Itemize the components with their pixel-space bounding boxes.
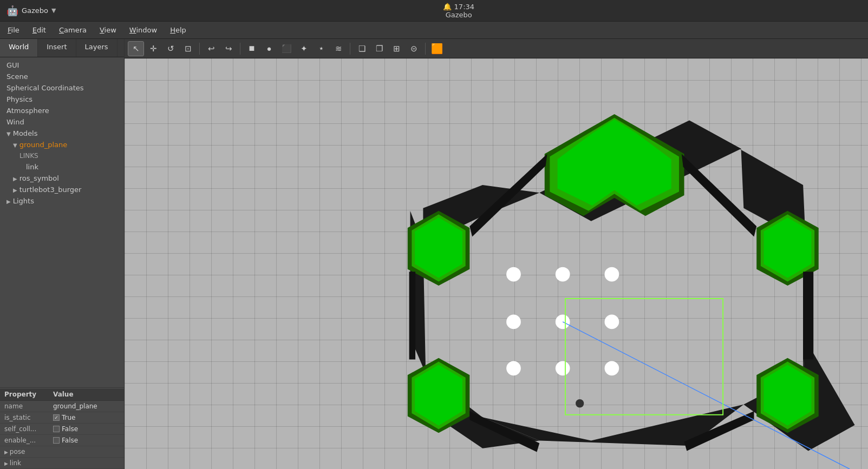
enable-checkbox[interactable] xyxy=(53,437,60,444)
tree-ros-symbol[interactable]: ▶ros_symbol xyxy=(0,173,124,184)
viewport-area: ↖ ✛ ↺ ⊡ ↩ ↪ ■ ● ⬛ ✦ ⋆ ≋ ❏ ❐ ⊞ ⊝ 🟧 xyxy=(125,39,868,469)
prop-col-value: Value xyxy=(53,391,74,398)
tab-world[interactable]: World xyxy=(0,39,38,57)
tree-link[interactable]: link xyxy=(0,161,124,173)
prop-enable-label: enable_... xyxy=(4,437,53,444)
tool-copy[interactable]: ❏ xyxy=(354,41,370,56)
lights-arrow: ▶ xyxy=(6,199,11,204)
prop-self-coll-value: False xyxy=(53,425,78,433)
prop-enable-value: False xyxy=(53,437,78,444)
robot-indicator xyxy=(576,399,584,407)
viewport[interactable] xyxy=(125,58,868,469)
toolbar: ↖ ✛ ↺ ⊡ ↩ ↪ ■ ● ⬛ ✦ ⋆ ≋ ❏ ❐ ⊞ ⊝ 🟧 xyxy=(125,39,868,58)
titlebar-left: 🤖 Gazebo ▼ xyxy=(6,5,56,16)
menu-help[interactable]: Help xyxy=(165,24,192,36)
tree-gui[interactable]: GUI xyxy=(0,60,124,71)
tree-spherical-coords[interactable]: Spherical Coordinates xyxy=(0,82,124,94)
menubar: File Edit Camera View Window Help xyxy=(0,22,868,39)
prop-name-label: name xyxy=(4,402,53,410)
tab-layers[interactable]: Layers xyxy=(76,39,118,57)
properties-header: Property Value xyxy=(0,388,124,401)
sep4 xyxy=(425,43,426,55)
tool-align[interactable]: ⊞ xyxy=(388,41,404,56)
tool-box[interactable]: ■ xyxy=(244,41,260,56)
world-tree: GUI Scene Spherical Coordinates Physics … xyxy=(0,57,124,224)
marker-1 xyxy=(506,267,521,282)
bar-tl-bl xyxy=(409,272,415,359)
self-coll-checkbox[interactable] xyxy=(53,426,60,432)
marker-2 xyxy=(556,267,570,282)
prop-pose-label: pose xyxy=(4,448,53,455)
prop-self-coll-label: self_coll... xyxy=(4,425,53,433)
prop-link-label: link xyxy=(4,459,53,467)
sep1 xyxy=(199,43,200,55)
app-icon: 🤖 xyxy=(6,5,18,16)
marker-3 xyxy=(605,267,619,282)
prop-link-row[interactable]: link xyxy=(0,458,124,469)
tool-scale[interactable]: ⊡ xyxy=(180,41,196,56)
marker-4 xyxy=(506,315,521,329)
tree-lights[interactable]: ▶Lights xyxy=(0,195,124,207)
tab-bar: World Insert Layers xyxy=(0,39,124,57)
tree-ground-plane[interactable]: ▼ground_plane xyxy=(0,139,124,150)
scene-svg xyxy=(125,58,868,469)
prop-name-row: name ground_plane xyxy=(0,401,124,412)
tool-cylinder[interactable]: ⬛ xyxy=(278,41,295,56)
prop-is-static-row[interactable]: is_static ✓ True xyxy=(0,412,124,424)
titlebar-appname: Gazebo xyxy=(446,11,472,19)
marker-6 xyxy=(605,315,619,329)
bar-tr-br xyxy=(803,272,813,359)
tool-light-dir[interactable]: ≋ xyxy=(330,41,347,56)
tab-insert[interactable]: Insert xyxy=(38,39,76,57)
menu-camera[interactable]: Camera xyxy=(54,24,92,36)
titlebar-center: 🔔 17:34 Gazebo xyxy=(443,3,474,19)
app-title-text: Gazebo xyxy=(22,6,48,15)
main-layout: World Insert Layers GUI Scene Spherical … xyxy=(0,39,868,469)
tool-light-point[interactable]: ✦ xyxy=(296,41,312,56)
left-panel: World Insert Layers GUI Scene Spherical … xyxy=(0,39,125,469)
tool-record[interactable]: 🟧 xyxy=(429,41,445,56)
menu-edit[interactable]: Edit xyxy=(27,24,51,36)
turtlebot3-arrow: ▶ xyxy=(13,187,17,193)
dropdown-arrow[interactable]: ▼ xyxy=(51,7,56,14)
menu-view[interactable]: View xyxy=(94,24,122,36)
tool-rotate[interactable]: ↺ xyxy=(162,41,179,56)
tool-snap[interactable]: ⊝ xyxy=(406,41,422,56)
tool-redo[interactable]: ↪ xyxy=(220,41,237,56)
tool-sphere[interactable]: ● xyxy=(261,41,277,56)
prop-name-value: ground_plane xyxy=(53,402,97,410)
tree-wind[interactable]: Wind xyxy=(0,116,124,128)
marker-8 xyxy=(556,361,570,375)
models-arrow: ▼ xyxy=(6,131,11,137)
tool-undo[interactable]: ↩ xyxy=(203,41,219,56)
prop-self-coll-row[interactable]: self_coll... False xyxy=(0,424,124,435)
tree-turtlebot3[interactable]: ▶turtlebot3_burger xyxy=(0,184,124,195)
tool-select[interactable]: ↖ xyxy=(128,41,144,56)
is-static-checkbox[interactable]: ✓ xyxy=(53,414,60,421)
selection-rect xyxy=(565,299,723,415)
prop-pose-row[interactable]: pose xyxy=(0,446,124,458)
menu-file[interactable]: File xyxy=(2,24,25,36)
marker-7 xyxy=(506,361,521,375)
properties-panel: Property Value name ground_plane is_stat… xyxy=(0,387,124,469)
marker-5 xyxy=(556,315,570,329)
tool-translate[interactable]: ✛ xyxy=(145,41,161,56)
tool-paste[interactable]: ❐ xyxy=(371,41,387,56)
sep3 xyxy=(350,43,350,55)
menu-window[interactable]: Window xyxy=(124,24,162,36)
prop-is-static-label: is_static xyxy=(4,414,53,421)
tree-spacer xyxy=(0,224,124,387)
prop-is-static-value: ✓ True xyxy=(53,414,76,421)
ground-plane-arrow: ▼ xyxy=(13,142,17,148)
tree-physics[interactable]: Physics xyxy=(0,94,124,105)
tool-light-spot[interactable]: ⋆ xyxy=(313,41,329,56)
sep2 xyxy=(240,43,240,55)
ros-symbol-arrow: ▶ xyxy=(13,176,17,182)
tree-scene[interactable]: Scene xyxy=(0,71,124,82)
tree-atmosphere[interactable]: Atmosphere xyxy=(0,105,124,116)
marker-9 xyxy=(605,361,619,375)
prop-enable-row[interactable]: enable_... False xyxy=(0,435,124,446)
titlebar-time: 🔔 17:34 xyxy=(443,3,474,11)
prop-col-property: Property xyxy=(4,391,53,398)
tree-models[interactable]: ▼Models xyxy=(0,128,124,139)
